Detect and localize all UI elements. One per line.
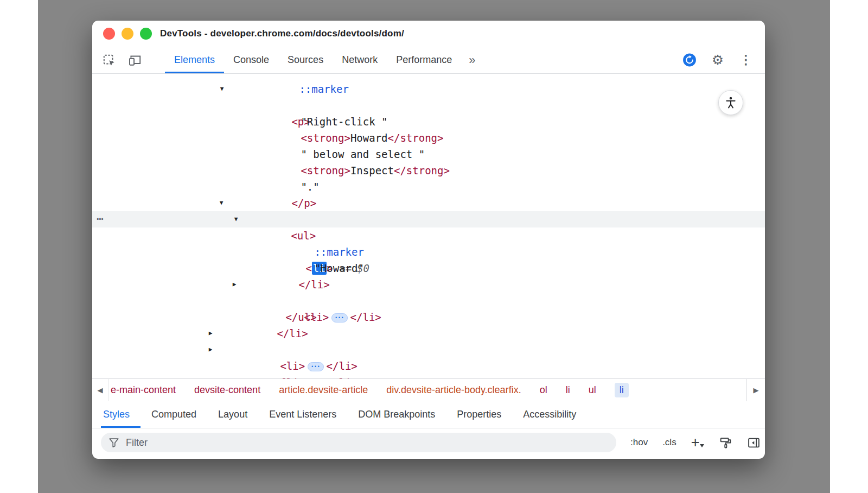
- dom-node-li-close[interactable]: </li>: [92, 309, 765, 325]
- tab-accessibility[interactable]: Accessibility: [512, 401, 587, 428]
- tab-accessibility-label: Accessibility: [523, 409, 576, 420]
- dom-node-p-open[interactable]: ▼ <p>: [92, 81, 765, 97]
- tab-dom-breakpoints-label: DOM Breakpoints: [358, 409, 435, 420]
- breadcrumb-item-devsite-content[interactable]: devsite-content: [194, 384, 260, 396]
- tab-sources-label: Sources: [288, 54, 323, 66]
- breadcrumb-item-div[interactable]: div.devsite-article-body.clearfix.: [386, 384, 521, 396]
- dom-node-ol-close[interactable]: </ol>: [92, 358, 765, 374]
- dom-text-node[interactable]: ".": [92, 162, 765, 179]
- tab-network-label: Network: [342, 54, 378, 66]
- tab-styles-label: Styles: [103, 409, 130, 420]
- tab-styles[interactable]: Styles: [101, 401, 141, 428]
- accessibility-fab-button[interactable]: [718, 90, 743, 115]
- paint-roller-icon[interactable]: [719, 436, 732, 450]
- panel-tabs: Elements Console Sources Network Perform…: [165, 47, 483, 73]
- device-toolbar-icon[interactable]: [128, 53, 142, 67]
- dom-text-node[interactable]: "Howard": [92, 244, 765, 260]
- inspect-element-icon[interactable]: [102, 53, 116, 67]
- toggle-sidebar-icon[interactable]: [747, 436, 761, 450]
- dom-node-li-collapsed[interactable]: ▶ <li>•••</li>: [92, 325, 765, 342]
- breadcrumb-scroll-left-icon[interactable]: ◀: [92, 379, 108, 401]
- settings-gear-icon[interactable]: ⚙: [711, 53, 725, 67]
- breadcrumb-item-li-selected[interactable]: li: [615, 383, 629, 397]
- filter-funnel-icon: [108, 437, 120, 451]
- breadcrumb-item-ol[interactable]: ol: [540, 384, 547, 396]
- tab-event-listeners[interactable]: Event Listeners: [258, 401, 347, 428]
- more-tabs-icon[interactable]: »: [461, 47, 483, 73]
- title-bar: DevTools - developer.chrome.com/docs/dev…: [92, 21, 765, 47]
- collapse-arrow-icon[interactable]: ▼: [232, 211, 240, 227]
- tab-network[interactable]: Network: [333, 47, 387, 73]
- screenshot-canvas: DevTools - developer.chrome.com/docs/dev…: [0, 0, 868, 493]
- tab-dom-breakpoints[interactable]: DOM Breakpoints: [347, 401, 446, 428]
- plus-icon: +: [691, 437, 700, 448]
- dom-node-li-collapsed[interactable]: ▶ <li>•••</li>: [92, 276, 765, 293]
- tab-properties-label: Properties: [457, 409, 501, 420]
- tab-layout-label: Layout: [218, 409, 247, 420]
- devtools-toolbar: Elements Console Sources Network Perform…: [92, 47, 765, 74]
- breadcrumb: e-main-content devsite-content article.d…: [92, 378, 765, 401]
- devtools-window: DevTools - developer.chrome.com/docs/dev…: [92, 21, 765, 459]
- breadcrumb-item-ul[interactable]: ul: [589, 384, 596, 396]
- breadcrumb-scroll-right-icon[interactable]: ▶: [746, 379, 765, 401]
- dom-node-strong[interactable]: <strong>Inspect</strong>: [92, 146, 765, 162]
- dom-node-ul-close[interactable]: </ul>: [92, 293, 765, 309]
- collapse-arrow-icon[interactable]: ▼: [217, 195, 226, 211]
- accessibility-person-icon: [724, 96, 738, 110]
- dom-node-marker[interactable]: ::marker: [92, 227, 765, 244]
- window-title: DevTools - developer.chrome.com/docs/dev…: [160, 28, 404, 39]
- tab-console-label: Console: [233, 54, 269, 66]
- collapse-arrow-icon[interactable]: ▼: [218, 81, 226, 97]
- tab-sources[interactable]: Sources: [278, 47, 333, 73]
- tab-performance[interactable]: Performance: [387, 47, 461, 73]
- styles-filter-bar: :hov .cls +: [92, 428, 765, 459]
- dom-node-li-close[interactable]: </li>: [92, 260, 765, 276]
- tab-computed-label: Computed: [151, 409, 196, 420]
- styles-pane-tabs: Styles Computed Layout Event Listeners D…: [92, 401, 765, 428]
- dom-node-li-collapsed[interactable]: ▶ <li>•••</li>: [92, 342, 765, 358]
- style-filter-input[interactable]: [101, 433, 616, 452]
- dom-node-strong[interactable]: <strong>Howard</strong>: [92, 113, 765, 130]
- new-style-rule-button[interactable]: +: [691, 437, 705, 448]
- tab-performance-label: Performance: [396, 54, 452, 66]
- tab-elements[interactable]: Elements: [165, 47, 224, 73]
- breadcrumb-item-article[interactable]: article.devsite-article: [279, 384, 368, 396]
- tab-elements-label: Elements: [174, 54, 215, 66]
- tab-computed[interactable]: Computed: [141, 401, 207, 428]
- dom-tree: ::marker ▼ <p> "Right-click " <strong>Ho…: [92, 74, 765, 374]
- breadcrumb-item-main-content[interactable]: e-main-content: [111, 384, 176, 396]
- dom-node-ul-open[interactable]: ▼ <ul>: [92, 195, 765, 211]
- dom-node-marker-clipped[interactable]: ::marker: [92, 74, 765, 81]
- minimize-window-button[interactable]: [122, 28, 133, 40]
- plus-caret-icon: [700, 444, 704, 447]
- expand-arrow-icon[interactable]: ▶: [206, 325, 215, 342]
- dom-node-li-selected[interactable]: ⋯ ▼ <li>==$0: [92, 211, 765, 227]
- dom-text-node[interactable]: " below and select ": [92, 130, 765, 146]
- node-overflow-menu-icon[interactable]: ⋯: [97, 211, 105, 227]
- tab-console[interactable]: Console: [224, 47, 278, 73]
- more-tabs-glyph: »: [469, 53, 475, 67]
- expand-arrow-icon[interactable]: ▶: [206, 342, 215, 358]
- close-window-button[interactable]: [103, 28, 115, 40]
- tab-layout[interactable]: Layout: [207, 401, 258, 428]
- more-options-icon[interactable]: ⋮: [739, 53, 753, 67]
- dom-node-p-close[interactable]: </p>: [92, 179, 765, 195]
- tab-properties[interactable]: Properties: [446, 401, 512, 428]
- element-classes-button[interactable]: .cls: [662, 437, 676, 448]
- elements-panel: ::marker ▼ <p> "Right-click " <strong>Ho…: [92, 74, 765, 378]
- dom-text-node[interactable]: "Right-click ": [92, 97, 765, 113]
- breadcrumb-item-li[interactable]: li: [566, 384, 570, 396]
- tab-event-listeners-label: Event Listeners: [269, 409, 336, 420]
- sync-badge-icon[interactable]: [682, 53, 697, 67]
- expand-arrow-icon[interactable]: ▶: [230, 276, 239, 293]
- toggle-element-state-button[interactable]: :hov: [630, 437, 648, 448]
- zoom-window-button[interactable]: [140, 28, 152, 40]
